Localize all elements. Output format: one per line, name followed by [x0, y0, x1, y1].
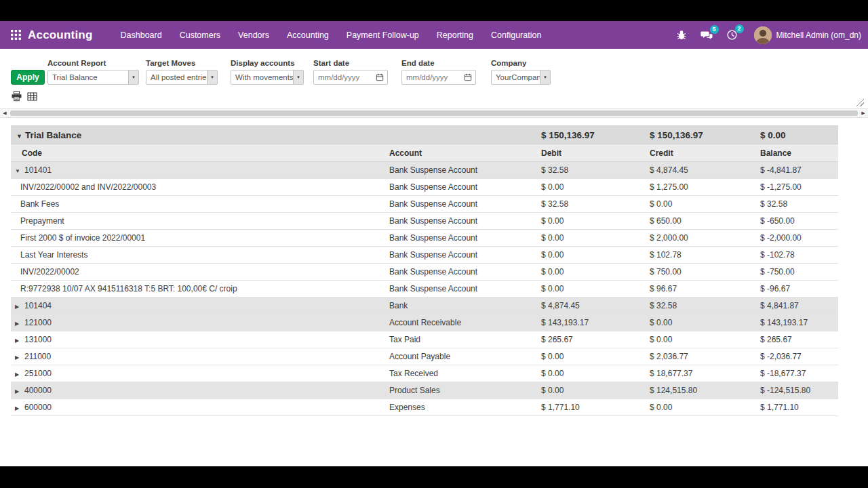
expand-caret-icon[interactable]: ▼ [15, 168, 24, 174]
nav-menu: DashboardCustomersVendorsAccountingPayme… [112, 21, 551, 49]
scrollbar-track[interactable] [9, 109, 859, 117]
account-row[interactable]: ▶600000Expenses$ 1,771.10$ 0.00$ 1,771.1… [11, 399, 838, 416]
expand-caret-icon[interactable]: ▶ [15, 321, 24, 327]
balance-cell: $ -1,275.00 [756, 179, 838, 196]
expand-caret-icon[interactable]: ▶ [15, 338, 24, 344]
expand-caret-icon[interactable]: ▶ [15, 354, 24, 361]
filter-end-date-label: End date [401, 59, 476, 67]
column-header-credit: Credit [646, 144, 756, 162]
nav-item-configuration[interactable]: Configuration [482, 21, 550, 49]
account-row[interactable]: ▶211000Account Payable$ 0.00$ 2,036.77$ … [11, 348, 838, 365]
display-accounts-select[interactable]: With movements ▼ [231, 70, 304, 85]
account-cell: Product Sales [385, 382, 537, 399]
filter-display-accounts-label: Display accounts [231, 59, 304, 67]
debit-cell: $ 0.00 [537, 382, 646, 399]
row-label: 251000 [24, 369, 52, 378]
print-icon[interactable] [11, 91, 22, 102]
account-cell: Bank [385, 298, 537, 314]
journal-item-row: Last Year InterestsBank Suspense Account… [11, 247, 838, 264]
select-caret-icon[interactable]: ▼ [540, 70, 550, 84]
end-date-input[interactable]: mm/dd/yyyy [401, 70, 476, 85]
credit-cell: $ 96.67 [646, 281, 756, 298]
company-select[interactable]: YourCompany ▼ [491, 70, 551, 85]
nav-item-customers[interactable]: Customers [171, 21, 229, 49]
expand-caret-icon[interactable]: ▶ [15, 371, 24, 378]
row-label: 600000 [24, 403, 52, 412]
row-label: 101401 [24, 165, 52, 175]
nav-item-payment-follow-up[interactable]: Payment Follow-up [338, 21, 428, 49]
row-label: First 2000 $ of invoice 2022/00001 [20, 233, 145, 243]
filter-display-accounts: Display accounts With movements ▼ [231, 59, 304, 85]
filter-account-report-label: Account Report [47, 59, 139, 67]
nav-item-accounting[interactable]: Accounting [278, 21, 338, 49]
row-label-cell: ▶600000 [11, 399, 385, 416]
select-caret-icon[interactable]: ▼ [207, 70, 217, 84]
debit-cell: $ 4,874.45 [537, 298, 646, 314]
expand-caret-icon[interactable]: ▶ [15, 304, 24, 310]
export-table-icon[interactable] [27, 92, 37, 102]
account-cell: Bank Suspense Account [385, 162, 537, 179]
balance-cell: $ -18,677.37 [756, 365, 838, 382]
row-label-cell: First 2000 $ of invoice 2022/00001 [11, 230, 385, 247]
balance-cell: $ -2,000.00 [756, 230, 838, 247]
select-caret-icon[interactable]: ▼ [128, 70, 138, 84]
start-date-input[interactable]: mm/dd/yyyy [313, 70, 388, 85]
debit-cell: $ 32.58 [537, 196, 646, 213]
account-row[interactable]: ▶101404Bank$ 4,874.45$ 32.58$ 4,841.87 [11, 298, 838, 314]
row-label-cell: ▶101404 [11, 298, 385, 314]
balance-cell: $ -650.00 [756, 213, 838, 230]
calendar-icon[interactable] [376, 73, 384, 81]
account-report-value: Trial Balance [48, 73, 128, 81]
nav-item-dashboard[interactable]: Dashboard [112, 21, 171, 49]
apply-button[interactable]: Apply [11, 70, 45, 85]
balance-cell: $ -750.00 [756, 264, 838, 281]
report-action-icons [11, 91, 857, 102]
activities-clock-icon[interactable]: 2 [719, 29, 745, 41]
apps-grid-icon[interactable] [11, 30, 21, 40]
report-total-row[interactable]: ▼Trial Balance $ 150,136.97 $ 150,136.97… [11, 126, 838, 144]
account-report-select[interactable]: Trial Balance ▼ [47, 70, 139, 85]
credit-cell: $ 0.00 [646, 314, 756, 331]
account-row[interactable]: ▼101401Bank Suspense Account$ 32.58$ 4,8… [11, 162, 838, 179]
user-menu[interactable]: Mitchell Admin (om_dn) [754, 26, 861, 44]
row-label-cell: Prepayment [11, 213, 385, 230]
resize-handle[interactable] [856, 99, 864, 106]
balance-cell: $ 1,771.10 [756, 399, 838, 416]
debug-bug-icon[interactable] [669, 30, 694, 41]
credit-cell: $ 750.00 [646, 264, 756, 281]
debit-cell: $ 143,193.17 [537, 314, 646, 331]
trial-balance-table: ▼Trial Balance $ 150,136.97 $ 150,136.97… [11, 125, 838, 416]
app-name[interactable]: Accounting [28, 28, 93, 42]
target-moves-select[interactable]: All posted entries ▼ [146, 70, 218, 85]
nav-item-vendors[interactable]: Vendors [229, 21, 278, 49]
debit-cell: $ 0.00 [537, 213, 646, 230]
filter-row: Apply Account Report Trial Balance ▼ Tar… [11, 59, 857, 85]
account-row[interactable]: ▶131000Tax Paid$ 265.67$ 0.00$ 265.67 [11, 331, 838, 348]
account-row[interactable]: ▶400000Product Sales$ 0.00$ 124,515.80$ … [11, 382, 838, 399]
filter-target-moves-label: Target Moves [146, 59, 218, 67]
account-row[interactable]: ▶121000Account Receivable$ 143,193.17$ 0… [11, 314, 838, 331]
report-filter-panel: Apply Account Report Trial Balance ▼ Tar… [0, 49, 868, 108]
activities-badge: 2 [735, 24, 744, 33]
scroll-left-icon[interactable]: ◀ [0, 110, 9, 116]
row-label: 400000 [24, 386, 52, 395]
row-label-cell: R:9772938 10/07 AX 9415116318 T:5 BRT: 1… [11, 281, 385, 298]
nav-item-reporting[interactable]: Reporting [428, 21, 482, 49]
scrollbar-thumb[interactable] [10, 110, 858, 116]
expand-caret-icon[interactable]: ▶ [15, 405, 24, 411]
scroll-right-icon[interactable]: ▶ [859, 110, 868, 116]
row-label-cell: ▶400000 [11, 382, 385, 399]
column-header-account: Account [385, 144, 537, 162]
report-collapse-caret-icon[interactable]: ▼ [16, 133, 25, 140]
letterbox-bottom [0, 466, 868, 488]
debit-cell: $ 0.00 [537, 247, 646, 264]
calendar-icon[interactable] [464, 73, 472, 81]
balance-cell: $ 4,841.87 [756, 298, 838, 314]
expand-caret-icon[interactable]: ▶ [15, 388, 24, 394]
account-row[interactable]: ▶251000Tax Received$ 0.00$ 18,677.37$ -1… [11, 365, 838, 382]
select-caret-icon[interactable]: ▼ [293, 70, 303, 84]
credit-cell: $ 2,000.00 [646, 230, 756, 247]
row-label: R:9772938 10/07 AX 9415116318 T:5 BRT: 1… [20, 284, 237, 293]
messages-icon[interactable]: 5 [694, 30, 719, 41]
user-avatar [754, 26, 772, 44]
